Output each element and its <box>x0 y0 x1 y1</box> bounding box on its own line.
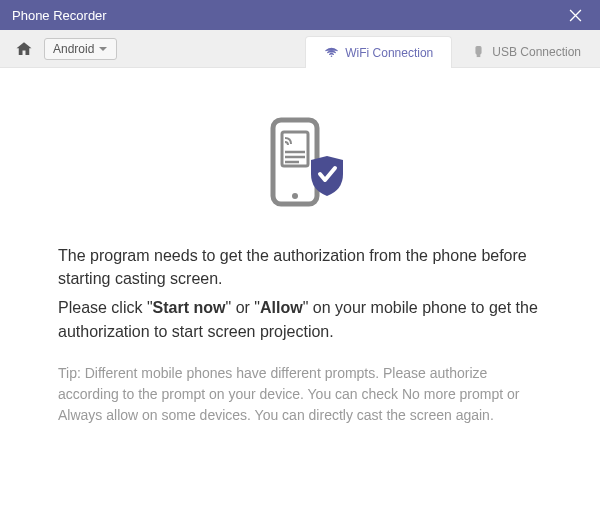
tip-message: Tip: Different mobile phones have differ… <box>30 363 570 426</box>
close-button[interactable] <box>560 0 590 30</box>
device-label: Android <box>53 42 94 56</box>
chevron-down-icon <box>98 44 108 54</box>
wifi-icon <box>324 45 339 60</box>
phone-shield-icon <box>255 116 345 216</box>
tab-wifi[interactable]: WiFi Connection <box>305 36 452 68</box>
start-now-label: Start now <box>153 299 226 316</box>
tab-usb-label: USB Connection <box>492 45 581 59</box>
allow-label: Allow <box>260 299 303 316</box>
toolbar: Android WiFi Connection USB Connection <box>0 30 600 68</box>
msg-line2: Please click "Start now" or "Allow" on y… <box>58 296 542 342</box>
connection-tabs: WiFi Connection USB Connection <box>305 30 600 67</box>
device-dropdown[interactable]: Android <box>44 38 117 60</box>
svg-rect-2 <box>478 54 481 57</box>
authorization-message: The program needs to get the authorizati… <box>30 244 570 343</box>
svg-point-0 <box>331 55 333 57</box>
tab-wifi-label: WiFi Connection <box>345 46 433 60</box>
usb-icon <box>471 44 486 59</box>
msg-line1: The program needs to get the authorizati… <box>58 244 542 290</box>
app-title: Phone Recorder <box>12 8 107 23</box>
home-icon <box>15 40 33 58</box>
home-button[interactable] <box>12 37 36 61</box>
content-area: The program needs to get the authorizati… <box>0 68 600 523</box>
tab-usb[interactable]: USB Connection <box>452 35 600 67</box>
svg-point-4 <box>292 193 298 199</box>
svg-rect-1 <box>476 47 481 55</box>
titlebar: Phone Recorder <box>0 0 600 30</box>
close-icon <box>569 9 582 22</box>
authorization-illustration <box>30 116 570 220</box>
